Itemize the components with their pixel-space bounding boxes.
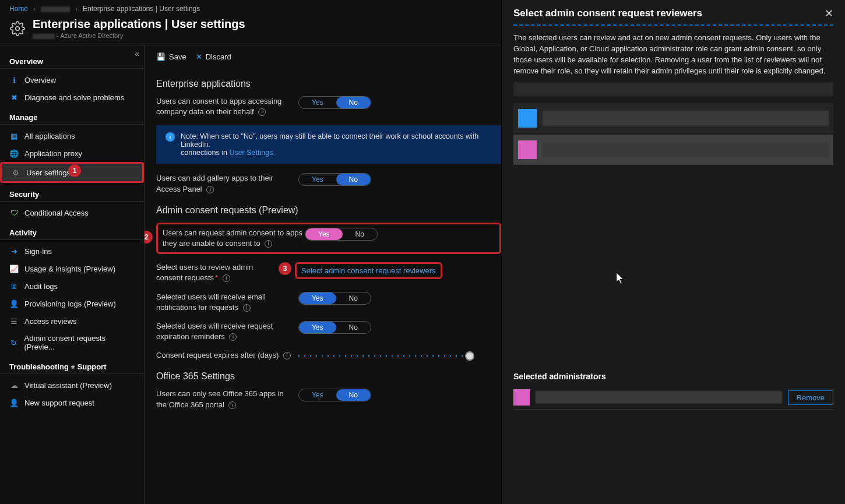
toggle-yes[interactable]: Yes xyxy=(299,292,336,304)
info-text: Note: When set to "No", users may still … xyxy=(181,132,478,149)
support-icon: 👤 xyxy=(9,398,19,407)
annotation-badge-2: 2 xyxy=(145,231,153,244)
sidebar-item-access[interactable]: ☰ Access reviews xyxy=(0,312,144,330)
panel-title: Select admin consent request reviewers xyxy=(513,8,702,19)
toggle-no[interactable]: No xyxy=(336,292,371,304)
setting-request-consent: Users can request admin consent to apps … xyxy=(156,223,501,254)
info-icon[interactable]: i xyxy=(206,186,214,193)
sidebar-item-usage[interactable]: 📈 Usage & insights (Preview) xyxy=(0,260,144,277)
save-button[interactable]: 💾 Save xyxy=(156,52,186,61)
info-icon[interactable]: i xyxy=(228,401,236,409)
grid-icon: ▦ xyxy=(9,131,19,140)
bot-icon: ☁ xyxy=(9,380,19,390)
sidebar-item-label: Overview xyxy=(24,76,56,84)
sidebar-section-manage: Manage xyxy=(0,106,144,125)
main-content: 💾 Save ✕ Discard Enterprise applications… xyxy=(145,45,501,504)
page-header: Enterprise applications | User settings … xyxy=(0,15,501,45)
toggle-yes[interactable]: Yes xyxy=(299,389,336,401)
close-icon[interactable]: ✕ xyxy=(825,7,833,20)
sidebar-item-conditional[interactable]: 🛡 Conditional Access xyxy=(0,204,144,221)
save-icon: 💾 xyxy=(156,52,166,61)
reviewer-name-redacted xyxy=(543,142,829,157)
setting-gallery-apps: Users can add gallery apps to their Acce… xyxy=(156,173,501,194)
sidebar-item-all-apps[interactable]: ▦ All applications xyxy=(0,127,144,144)
info-icon: ℹ xyxy=(9,75,19,84)
sync-icon: ↻ xyxy=(9,338,19,347)
sidebar-section-security: Security xyxy=(0,183,144,202)
panel-divider xyxy=(513,24,833,26)
sidebar-item-label: User settings xyxy=(26,168,71,177)
info-icon[interactable]: i xyxy=(283,352,291,360)
sidebar-item-overview[interactable]: ℹ Overview xyxy=(0,71,144,89)
toggle-no[interactable]: No xyxy=(336,97,371,108)
reviewers-panel: Select admin consent request reviewers ✕… xyxy=(501,0,845,504)
page-subtitle: - Azure Active Directory xyxy=(33,32,245,39)
panel-description: The selected users can review and act on… xyxy=(513,33,833,76)
avatar xyxy=(513,389,530,406)
chevron-right-icon: › xyxy=(33,6,35,12)
discard-button[interactable]: ✕ Discard xyxy=(196,52,231,61)
sidebar-item-provisioning[interactable]: 👤 Provisioning logs (Preview) xyxy=(0,295,144,312)
toggle-no[interactable]: No xyxy=(343,228,377,240)
sidebar-item-app-proxy[interactable]: 🌐 Application proxy xyxy=(0,144,144,162)
selected-admin-row: Remove xyxy=(513,386,833,410)
sidebar-item-diagnose[interactable]: ✖ Diagnose and solve problems xyxy=(0,89,144,106)
toggle-yes[interactable]: Yes xyxy=(299,97,336,108)
sidebar-item-support[interactable]: 👤 New support request xyxy=(0,394,144,411)
reviewer-name-redacted xyxy=(543,111,829,126)
toolbar: 💾 Save ✕ Discard xyxy=(156,52,501,68)
shield-icon: 🛡 xyxy=(9,208,19,217)
sidebar-item-label: All applications xyxy=(24,132,75,140)
toggle-expire-reminders[interactable]: Yes No xyxy=(298,321,371,334)
avatar xyxy=(518,140,537,159)
setting-label: Users can consent to apps accessing comp… xyxy=(156,96,296,117)
toggle-no[interactable]: No xyxy=(336,389,371,401)
info-bar: i Note: When set to "No", users may stil… xyxy=(156,125,501,164)
gear-icon: ⚙ xyxy=(11,168,20,177)
setting-expires-after: Consent request expires after (days) i xyxy=(156,350,501,361)
toggle-email-notif[interactable]: Yes No xyxy=(298,292,371,305)
setting-label: Selected users will receive request expi… xyxy=(156,321,296,342)
section-enterprise: Enterprise applications xyxy=(156,79,501,89)
info-icon[interactable]: i xyxy=(243,304,251,312)
breadcrumb-current: Enterprise applications | User settings xyxy=(83,5,200,13)
sidebar-item-signins[interactable]: ➜ Sign-ins xyxy=(0,242,144,260)
sidebar-item-audit[interactable]: 🗎 Audit logs xyxy=(0,277,144,295)
toggle-consent-apps[interactable]: Yes No xyxy=(298,96,371,109)
sidebar-item-virtual[interactable]: ☁ Virtual assistant (Preview) xyxy=(0,376,144,394)
info-icon[interactable]: i xyxy=(258,108,266,116)
section-office: Office 365 Settings xyxy=(156,371,501,382)
slider-thumb[interactable] xyxy=(465,351,474,361)
breadcrumb-home[interactable]: Home xyxy=(9,5,28,13)
reviewer-row[interactable] xyxy=(513,135,833,165)
toggle-request-consent[interactable]: Yes No xyxy=(305,228,378,241)
toggle-yes[interactable]: Yes xyxy=(299,322,336,333)
toggle-no[interactable]: No xyxy=(336,174,371,185)
gear-icon xyxy=(9,20,26,37)
info-icon[interactable]: i xyxy=(229,333,237,341)
sidebar-item-admin-consent[interactable]: ↻ Admin consent requests (Previe... xyxy=(0,330,144,355)
expires-slider[interactable] xyxy=(296,355,471,357)
collapse-icon[interactable]: « xyxy=(135,49,139,58)
svg-point-0 xyxy=(16,26,20,30)
select-reviewers-link[interactable]: Select admin consent request reviewers xyxy=(301,266,436,275)
toggle-yes[interactable]: Yes xyxy=(305,228,343,240)
toggle-yes[interactable]: Yes xyxy=(299,174,336,185)
annotation-badge-1: 1 xyxy=(68,164,81,177)
list-icon: ☰ xyxy=(9,316,19,326)
toggle-office-only[interactable]: Yes No xyxy=(298,389,371,401)
sidebar-item-label: Admin consent requests (Previe... xyxy=(24,334,135,351)
reviewer-row[interactable] xyxy=(513,103,833,133)
sidebar-section-troubleshoot: Troubleshooting + Support xyxy=(0,355,144,374)
breadcrumb-blank xyxy=(41,6,70,12)
user-settings-link[interactable]: User Settings. xyxy=(229,149,275,157)
toggle-no[interactable]: No xyxy=(336,322,371,333)
info-icon[interactable]: i xyxy=(265,240,272,248)
select-reviewers-link-box: Select admin consent request reviewers xyxy=(295,262,442,279)
toggle-gallery-apps[interactable]: Yes No xyxy=(298,173,371,186)
info-icon[interactable]: i xyxy=(223,274,230,282)
search-input[interactable] xyxy=(513,82,833,96)
reviewer-name-redacted xyxy=(536,391,782,404)
signin-icon: ➜ xyxy=(9,246,19,256)
remove-button[interactable]: Remove xyxy=(788,390,833,405)
